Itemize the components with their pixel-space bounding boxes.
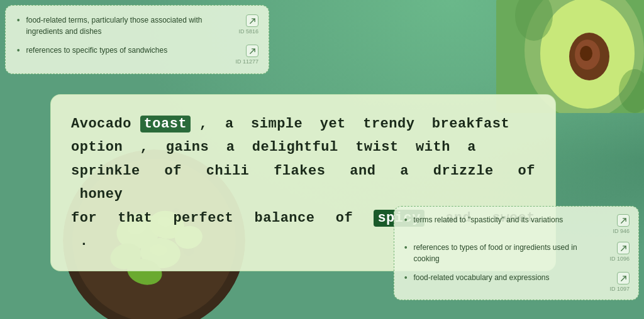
panel-item-actions: ID 946 <box>613 214 630 234</box>
external-link-button[interactable] <box>617 272 630 284</box>
panel-item: • terms related to "spasticity" and its … <box>403 214 630 234</box>
panel-item-content: • food-related vocabulary and expression… <box>403 272 604 283</box>
panel-item: • food-related terms, particularly those… <box>16 14 258 37</box>
bullet-icon: • <box>403 273 408 283</box>
panel-item-text: references to types of food or ingredien… <box>413 242 604 264</box>
panel-item-content: • references to types of food or ingredi… <box>403 242 604 264</box>
item-id: ID 946 <box>613 228 630 234</box>
svg-point-5 <box>580 46 592 61</box>
panel-item-text: food-related terms, particularly those a… <box>26 14 233 37</box>
panel-item: • food-related vocabulary and expression… <box>403 272 630 292</box>
top-left-panel: • food-related terms, particularly those… <box>5 5 269 74</box>
panel-item-text: food-related vocabulary and expressions <box>413 272 549 283</box>
bullet-icon: • <box>16 16 21 26</box>
bottom-right-panel: • terms related to "spasticity" and its … <box>394 206 639 300</box>
panel-item-actions: ID 5816 <box>238 14 258 35</box>
panel-item-text: terms related to "spasticity" and its va… <box>413 214 563 225</box>
panel-item-content: • terms related to "spasticity" and its … <box>403 214 608 225</box>
highlight-toast: toast <box>140 116 191 132</box>
external-link-button[interactable] <box>246 45 258 57</box>
panel-item-actions: ID 1097 <box>609 272 630 292</box>
panel-item-content: • food-related terms, particularly those… <box>16 14 233 37</box>
external-link-button[interactable] <box>617 214 630 227</box>
panel-item-actions: ID 1096 <box>609 242 630 262</box>
external-link-button[interactable] <box>617 242 630 254</box>
panel-item-content: • references to specific types of sandwi… <box>16 45 230 56</box>
item-id: ID 1096 <box>609 256 630 262</box>
panel-item-text: references to specific types of sandwich… <box>26 45 167 56</box>
external-link-button[interactable] <box>246 14 258 27</box>
bullet-icon: • <box>16 46 21 56</box>
item-id: ID 11277 <box>235 58 258 65</box>
bullet-icon: • <box>403 243 408 253</box>
item-id: ID 5816 <box>238 28 258 35</box>
item-id: ID 1097 <box>609 286 630 292</box>
panel-item-actions: ID 11277 <box>235 45 258 65</box>
bullet-icon: • <box>403 215 408 225</box>
panel-item: • references to specific types of sandwi… <box>16 45 258 65</box>
panel-item: • references to types of food or ingredi… <box>403 242 630 264</box>
